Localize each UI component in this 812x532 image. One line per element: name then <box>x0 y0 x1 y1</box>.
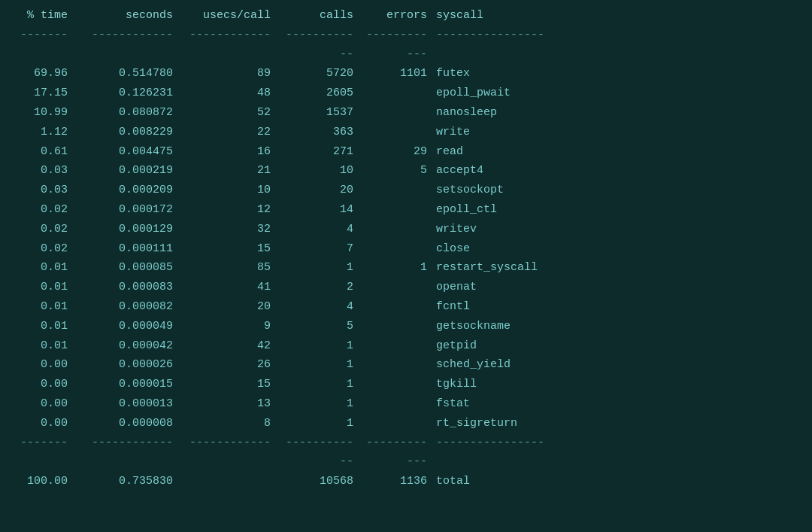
row-time: 69.96 <box>12 64 80 84</box>
row-seconds: 0.004475 <box>80 142 185 162</box>
row-seconds: 0.514780 <box>80 64 185 84</box>
row-errors <box>365 394 433 414</box>
row-usecs: 85 <box>185 258 283 278</box>
row-seconds: 0.000026 <box>80 355 185 375</box>
row-syscall: getsockname <box>433 317 800 336</box>
table-row: 0.00 0.000013 13 1 fstat <box>12 394 800 414</box>
row-syscall: fcntl <box>433 297 800 317</box>
data-rows: 69.96 0.514780 89 5720 1101 futex 17.15 … <box>12 64 800 433</box>
row-usecs: 22 <box>185 123 283 142</box>
row-usecs: 52 <box>185 103 283 123</box>
row-errors: 29 <box>365 142 433 162</box>
sep-errors: ------------ <box>365 26 433 65</box>
table-row: 1.12 0.008229 22 363 write <box>12 123 800 142</box>
row-syscall: openat <box>433 278 800 297</box>
row-calls: 1537 <box>283 103 365 123</box>
row-seconds: 0.000082 <box>80 297 185 317</box>
total-time: 100.00 <box>12 472 80 491</box>
row-calls: 1 <box>283 414 365 433</box>
row-errors <box>365 181 433 200</box>
sep2-seconds: ------------ <box>80 433 185 473</box>
table-row: 0.01 0.000083 41 2 openat <box>12 278 800 297</box>
row-usecs: 89 <box>185 64 283 84</box>
separator-top: ------- ------------ ------------ ------… <box>12 26 800 65</box>
row-calls: 2 <box>283 278 365 297</box>
row-usecs: 20 <box>185 297 283 317</box>
sep-calls: ------------ <box>283 26 365 65</box>
row-calls: 2605 <box>283 84 365 103</box>
table-header: % time seconds usecs/call calls errors s… <box>12 6 800 26</box>
row-syscall: accept4 <box>433 161 800 181</box>
row-seconds: 0.000083 <box>80 278 185 297</box>
row-syscall: restart_syscall <box>433 258 800 278</box>
sep2-time: ------- <box>12 433 80 473</box>
row-syscall: getpid <box>433 336 800 356</box>
row-errors: 1 <box>365 258 433 278</box>
sep2-errors: ------------ <box>365 433 433 473</box>
row-usecs: 12 <box>185 200 283 220</box>
row-time: 0.00 <box>12 375 80 394</box>
table-row: 10.99 0.080872 52 1537 nanosleep <box>12 103 800 123</box>
row-usecs: 15 <box>185 239 283 259</box>
row-time: 1.12 <box>12 123 80 142</box>
sep-usecs: ------------ <box>185 26 283 65</box>
table-row: 0.01 0.000042 42 1 getpid <box>12 336 800 356</box>
sep2-calls: ------------ <box>283 433 365 473</box>
row-errors: 5 <box>365 161 433 181</box>
row-errors <box>365 239 433 259</box>
table-row: 0.00 0.000008 8 1 rt_sigreturn <box>12 414 800 433</box>
row-calls: 5 <box>283 317 365 336</box>
row-errors <box>365 220 433 239</box>
row-errors <box>365 200 433 220</box>
row-syscall: writev <box>433 220 800 239</box>
row-errors <box>365 103 433 123</box>
row-seconds: 0.000049 <box>80 317 185 336</box>
row-time: 10.99 <box>12 103 80 123</box>
row-calls: 271 <box>283 142 365 162</box>
row-syscall: close <box>433 239 800 259</box>
row-calls: 7 <box>283 239 365 259</box>
table-row: 0.03 0.000219 21 10 5 accept4 <box>12 161 800 181</box>
row-usecs: 32 <box>185 220 283 239</box>
row-errors <box>365 278 433 297</box>
sep-time: ------- <box>12 26 80 65</box>
total-seconds: 0.735830 <box>80 472 185 491</box>
row-calls: 1 <box>283 355 365 375</box>
row-seconds: 0.000209 <box>80 181 185 200</box>
table-row: 17.15 0.126231 48 2605 epoll_pwait <box>12 84 800 103</box>
row-syscall: rt_sigreturn <box>433 414 800 433</box>
row-errors <box>365 317 433 336</box>
row-time: 0.61 <box>12 142 80 162</box>
table-row: 0.01 0.000049 9 5 getsockname <box>12 317 800 336</box>
row-seconds: 0.000015 <box>80 375 185 394</box>
row-errors <box>365 123 433 142</box>
header-time: % time <box>12 6 80 26</box>
row-time: 0.03 <box>12 181 80 200</box>
row-seconds: 0.000219 <box>80 161 185 181</box>
row-calls: 4 <box>283 297 365 317</box>
row-time: 0.01 <box>12 336 80 356</box>
row-time: 0.01 <box>12 258 80 278</box>
row-seconds: 0.000129 <box>80 220 185 239</box>
row-calls: 5720 <box>283 64 365 84</box>
row-calls: 4 <box>283 220 365 239</box>
table-row: 0.01 0.000082 20 4 fcntl <box>12 297 800 317</box>
sep2-syscall: ---------------- <box>433 433 800 473</box>
row-calls: 363 <box>283 123 365 142</box>
row-seconds: 0.000042 <box>80 336 185 356</box>
row-syscall: epoll_ctl <box>433 200 800 220</box>
total-calls: 10568 <box>283 472 365 491</box>
row-errors <box>365 336 433 356</box>
row-time: 0.01 <box>12 317 80 336</box>
header-seconds: seconds <box>80 6 185 26</box>
row-usecs: 10 <box>185 181 283 200</box>
total-syscall: total <box>433 472 800 491</box>
header-usecs: usecs/call <box>185 6 283 26</box>
row-usecs: 13 <box>185 394 283 414</box>
row-usecs: 9 <box>185 317 283 336</box>
table-row: 0.03 0.000209 10 20 setsockopt <box>12 181 800 200</box>
row-syscall: read <box>433 142 800 162</box>
row-errors <box>365 84 433 103</box>
row-seconds: 0.000172 <box>80 200 185 220</box>
row-time: 0.01 <box>12 297 80 317</box>
